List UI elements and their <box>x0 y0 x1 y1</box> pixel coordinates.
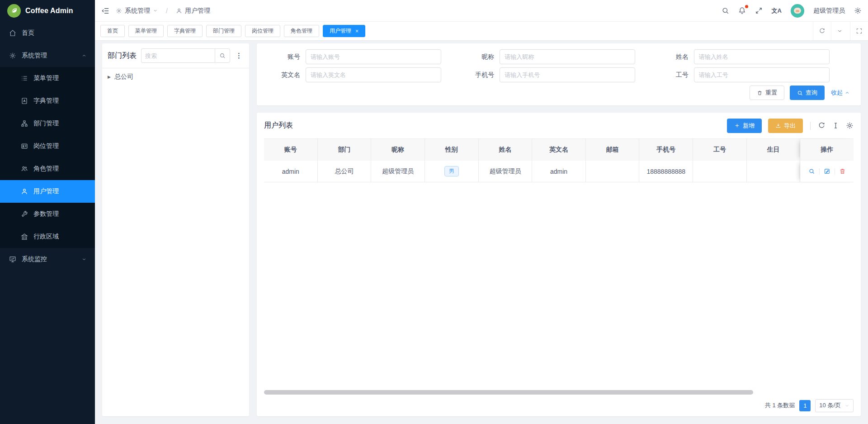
settings-gear-icon[interactable] <box>854 7 862 14</box>
sidebar-group-system[interactable]: 系统管理 <box>0 44 95 67</box>
org-chart-icon <box>21 120 28 127</box>
app-title: Coffee Admin <box>25 7 73 15</box>
column-header: 姓名 <box>479 139 533 161</box>
collapse-link-label: 收起 <box>831 89 843 97</box>
sidebar-item-label: 首页 <box>22 29 34 37</box>
sidebar-item-label: 行政区域 <box>33 233 59 241</box>
breadcrumb-text: 系统管理 <box>125 7 150 15</box>
search-filter-panel: 账号 昵称 姓名 英文名 <box>257 43 861 105</box>
scrollbar-thumb[interactable] <box>264 390 753 395</box>
view-detail-icon[interactable] <box>808 168 815 175</box>
sidebar-item-dict-mgmt[interactable]: 字典管理 <box>0 90 95 112</box>
fullscreen-icon[interactable] <box>755 7 763 14</box>
search-icon[interactable] <box>722 7 729 14</box>
sidebar-group-label: 系统监控 <box>22 255 47 263</box>
field-label-english-name: 英文名 <box>268 71 300 79</box>
column-header: 英文名 <box>532 139 586 161</box>
column-header: 邮箱 <box>586 139 640 161</box>
avatar[interactable] <box>791 4 804 18</box>
sidebar-item-label: 用户管理 <box>33 187 59 195</box>
current-user-name[interactable]: 超级管理员 <box>813 7 845 15</box>
tab-post-mgmt[interactable]: 岗位管理 <box>245 25 280 37</box>
account-field[interactable] <box>306 49 441 64</box>
dictionary-icon <box>21 97 28 105</box>
tab-dict-mgmt[interactable]: 字典管理 <box>167 25 203 37</box>
sidebar-item-home[interactable]: 首页 <box>0 22 95 44</box>
department-panel-title: 部门列表 <box>108 51 137 61</box>
bell-icon[interactable] <box>738 7 746 14</box>
page-number-button[interactable]: 1 <box>799 400 811 411</box>
sidebar-item-user-mgmt[interactable]: 用户管理 <box>0 180 95 203</box>
department-search <box>141 48 230 63</box>
field-label-name: 姓名 <box>656 53 689 61</box>
gender-tag: 男 <box>444 166 459 176</box>
field-label-job-number: 工号 <box>656 71 689 79</box>
tab-close-icon[interactable]: × <box>355 28 359 34</box>
column-header: 生日 <box>747 139 801 161</box>
field-label-phone: 手机号 <box>462 71 494 79</box>
bank-icon <box>21 233 28 240</box>
sidebar-item-role-mgmt[interactable]: 角色管理 <box>0 157 95 180</box>
refresh-icon[interactable] <box>813 22 831 40</box>
query-button[interactable]: 查询 <box>790 86 825 100</box>
tab-label: 角色管理 <box>291 27 312 35</box>
export-button[interactable]: 导出 <box>768 119 803 133</box>
tree-node-label: 总公司 <box>114 73 133 81</box>
translate-icon[interactable]: 文A <box>772 7 782 15</box>
sidebar-item-label: 字典管理 <box>33 97 59 105</box>
sidebar-item-dept-mgmt[interactable]: 部门管理 <box>0 112 95 135</box>
column-header: 账号 <box>264 139 318 161</box>
content-fullscreen-icon[interactable] <box>850 22 868 40</box>
collapse-filters-link[interactable]: 收起 <box>831 89 850 97</box>
add-user-button[interactable]: 新增 <box>727 119 762 133</box>
delete-icon[interactable] <box>839 168 846 175</box>
sidebar-item-post-mgmt[interactable]: 岗位管理 <box>0 135 95 157</box>
sidebar-item-admin-region[interactable]: 行政区域 <box>0 225 95 248</box>
phone-field[interactable] <box>500 67 635 82</box>
tab-dept-mgmt[interactable]: 部门管理 <box>206 25 241 37</box>
column-settings-gear-icon[interactable] <box>846 122 854 129</box>
job-number-field[interactable] <box>694 67 830 82</box>
more-options-icon[interactable]: ⋮ <box>235 52 244 60</box>
cell-birthday <box>747 161 801 182</box>
refresh-icon[interactable] <box>818 122 826 129</box>
tree-node-head-office[interactable]: ▶ 总公司 <box>108 73 244 81</box>
nickname-field[interactable] <box>500 49 635 64</box>
sidebar-item-param-mgmt[interactable]: 参数管理 <box>0 203 95 225</box>
export-button-label: 导出 <box>784 122 796 130</box>
department-search-button[interactable] <box>215 48 230 63</box>
english-name-field[interactable] <box>306 67 441 82</box>
reset-button[interactable]: 重置 <box>750 86 784 100</box>
sidebar-menu: 首页 系统管理 菜单管理 字典管理 部门管理 岗位管理 <box>0 22 95 424</box>
tab-user-mgmt[interactable]: 用户管理× <box>323 25 365 37</box>
breadcrumb-level2[interactable]: 用户管理 <box>176 7 210 15</box>
field-label-nickname: 昵称 <box>462 53 494 61</box>
list-icon <box>21 75 28 82</box>
menu-fold-icon[interactable] <box>101 7 109 15</box>
home-icon <box>9 29 16 37</box>
cell-gender: 男 <box>425 161 479 182</box>
toolbar-divider <box>810 122 811 130</box>
id-card-icon <box>21 143 28 150</box>
edit-icon[interactable] <box>824 168 830 175</box>
sidebar-group-monitor[interactable]: 系统监控 <box>0 248 95 271</box>
breadcrumb-level1[interactable]: 系统管理 <box>116 7 158 15</box>
row-height-icon[interactable] <box>832 122 840 129</box>
sidebar-item-menu-mgmt[interactable]: 菜单管理 <box>0 67 95 90</box>
sidebar-item-label: 岗位管理 <box>33 142 59 150</box>
gear-icon <box>9 52 16 59</box>
tab-label: 字典管理 <box>174 27 196 35</box>
monitor-icon <box>9 256 16 263</box>
tab-home[interactable]: 首页 <box>100 25 125 37</box>
page-size-select[interactable]: 10 条/页 <box>815 399 854 412</box>
tab-role-mgmt[interactable]: 角色管理 <box>284 25 319 37</box>
chevron-down-icon[interactable] <box>831 22 848 40</box>
name-field[interactable] <box>694 49 830 64</box>
tab-menu-mgmt[interactable]: 菜单管理 <box>128 25 164 37</box>
department-search-input[interactable] <box>141 48 215 63</box>
cell-dept: 总公司 <box>318 161 372 182</box>
chevron-down-icon <box>844 403 849 408</box>
tree-caret-icon[interactable]: ▶ <box>108 75 111 79</box>
content-area: 部门列表 ⋮ ▶ 总公司 账号 <box>95 41 868 424</box>
user-table: 账号 部门 昵称 性别 姓名 英文名 邮箱 手机号 工号 生日 操作 admin <box>264 138 854 182</box>
